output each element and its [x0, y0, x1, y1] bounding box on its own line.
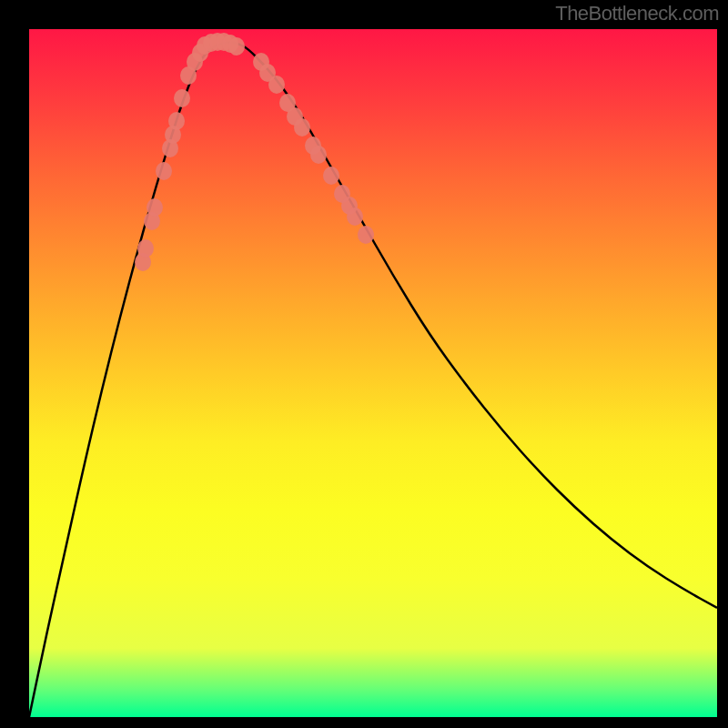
watermark-text: TheBottleneck.com: [555, 2, 719, 25]
chart-gradient-background: [29, 29, 717, 717]
